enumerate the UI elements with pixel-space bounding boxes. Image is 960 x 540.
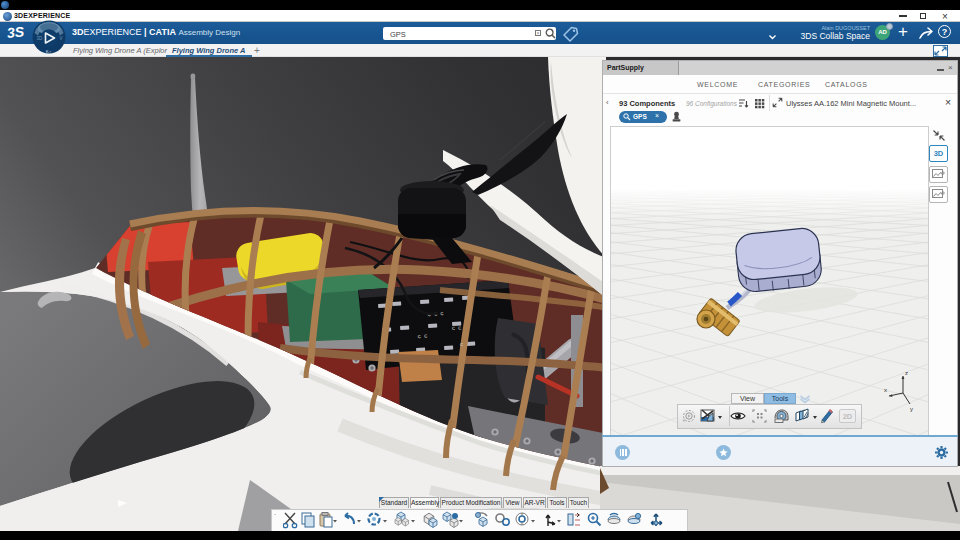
svg-text:K,•: K,• <box>46 49 52 54</box>
svg-text:c c: c c <box>418 333 428 340</box>
svg-text:x: x <box>884 387 887 393</box>
svg-text:y: y <box>910 406 913 412</box>
svg-text:c: c <box>460 341 463 347</box>
svg-text:V: V <box>60 36 63 41</box>
svg-text:3D: 3D <box>37 36 44 41</box>
svg-text:c c: c c <box>452 325 462 331</box>
svg-text:z: z <box>905 370 908 376</box>
